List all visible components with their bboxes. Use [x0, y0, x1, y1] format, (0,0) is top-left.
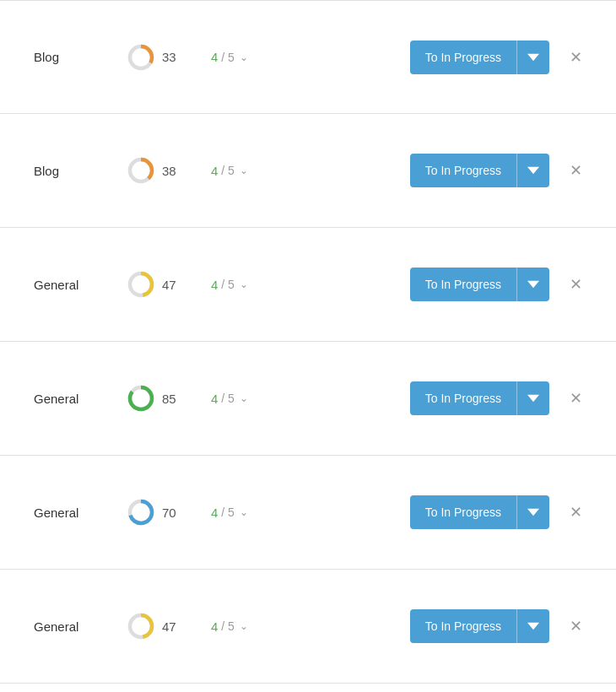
- list-item: General 85 4 / 5 ⌄ To In Progress ✕: [0, 342, 616, 456]
- close-icon[interactable]: ✕: [570, 389, 582, 408]
- progress-value: 47: [162, 619, 176, 634]
- rating-cell: 4 / 5 ⌄: [211, 50, 287, 64]
- category-label: General: [34, 278, 127, 292]
- rating-cell: 4 / 5 ⌄: [211, 505, 287, 520]
- action-cell: To In Progress ✕: [410, 41, 582, 74]
- category-label: General: [34, 505, 127, 520]
- progress-value: 70: [162, 505, 176, 520]
- progress-cell: 47: [127, 270, 211, 299]
- progress-value: 85: [162, 392, 176, 406]
- rating-denominator: / 5: [221, 505, 235, 519]
- to-in-progress-button[interactable]: To In Progress: [410, 609, 516, 643]
- list-item: Blog 33 4 / 5 ⌄ To In Progress ✕: [0, 0, 616, 114]
- action-cell: To In Progress ✕: [410, 154, 582, 187]
- to-in-progress-button[interactable]: To In Progress: [410, 41, 516, 74]
- progress-donut: [127, 384, 155, 413]
- rating-numerator: 4: [211, 278, 218, 292]
- rating-chevron-icon[interactable]: ⌄: [240, 278, 248, 290]
- chevron-down-icon: [527, 51, 539, 63]
- close-icon[interactable]: ✕: [570, 275, 582, 294]
- progress-cell: 38: [127, 156, 211, 185]
- to-in-progress-button[interactable]: To In Progress: [410, 268, 516, 301]
- chevron-down-icon: [527, 620, 539, 632]
- list-item: General 47 4 / 5 ⌄ To In Progress ✕: [0, 570, 616, 684]
- rating-denominator: / 5: [221, 392, 235, 405]
- rating-chevron-icon[interactable]: ⌄: [240, 51, 248, 63]
- rating-numerator: 4: [211, 619, 218, 634]
- rating-chevron-icon[interactable]: ⌄: [240, 620, 248, 632]
- rating-cell: 4 / 5 ⌄: [211, 164, 287, 178]
- rating-numerator: 4: [211, 50, 218, 64]
- progress-donut: [127, 156, 155, 185]
- chevron-down-icon: [527, 392, 539, 404]
- list-item: General 47 4 / 5 ⌄ To In Progress ✕: [0, 228, 616, 342]
- progress-cell: 85: [127, 384, 211, 413]
- category-label: General: [34, 619, 127, 634]
- progress-cell: 70: [127, 498, 211, 527]
- action-dropdown-button[interactable]: [516, 41, 549, 74]
- progress-donut: [127, 498, 155, 527]
- chevron-down-icon: [527, 278, 539, 290]
- close-icon[interactable]: ✕: [570, 48, 582, 67]
- rating-numerator: 4: [211, 392, 218, 406]
- category-label: Blog: [34, 164, 127, 178]
- progress-cell: 33: [127, 43, 211, 72]
- chevron-down-icon: [527, 165, 539, 176]
- to-in-progress-button[interactable]: To In Progress: [410, 381, 516, 415]
- action-cell: To In Progress ✕: [410, 495, 582, 529]
- rating-denominator: / 5: [221, 278, 235, 291]
- chevron-down-icon: [527, 506, 539, 518]
- action-cell: To In Progress ✕: [410, 609, 582, 643]
- progress-donut: [127, 612, 155, 641]
- rating-denominator: / 5: [221, 619, 235, 633]
- list-item: General 70 4 / 5 ⌄ To In Progress ✕: [0, 456, 616, 570]
- rating-numerator: 4: [211, 164, 218, 178]
- rating-chevron-icon[interactable]: ⌄: [240, 506, 248, 518]
- list-item: Blog 38 4 / 5 ⌄ To In Progress ✕: [0, 114, 616, 228]
- progress-value: 33: [162, 50, 176, 64]
- action-cell: To In Progress ✕: [410, 268, 582, 301]
- action-dropdown-button[interactable]: [516, 268, 549, 301]
- rating-denominator: / 5: [221, 164, 235, 177]
- category-label: Blog: [34, 50, 127, 64]
- rating-numerator: 4: [211, 505, 218, 520]
- progress-value: 38: [162, 164, 176, 178]
- rating-chevron-icon[interactable]: ⌄: [240, 392, 248, 404]
- to-in-progress-button[interactable]: To In Progress: [410, 154, 516, 187]
- rating-cell: 4 / 5 ⌄: [211, 278, 287, 292]
- progress-donut: [127, 43, 155, 72]
- to-in-progress-button[interactable]: To In Progress: [410, 495, 516, 529]
- close-icon[interactable]: ✕: [570, 503, 582, 522]
- action-dropdown-button[interactable]: [516, 495, 549, 529]
- progress-cell: 47: [127, 612, 211, 641]
- action-cell: To In Progress ✕: [410, 381, 582, 415]
- close-icon[interactable]: ✕: [570, 617, 582, 635]
- progress-donut: [127, 270, 155, 299]
- category-label: General: [34, 392, 127, 406]
- close-icon[interactable]: ✕: [570, 161, 582, 180]
- rating-chevron-icon[interactable]: ⌄: [240, 165, 248, 176]
- action-dropdown-button[interactable]: [516, 609, 549, 643]
- rating-cell: 4 / 5 ⌄: [211, 392, 287, 406]
- action-dropdown-button[interactable]: [516, 154, 549, 187]
- action-dropdown-button[interactable]: [516, 381, 549, 415]
- rating-denominator: / 5: [221, 51, 235, 64]
- progress-value: 47: [162, 278, 176, 292]
- rating-cell: 4 / 5 ⌄: [211, 619, 287, 634]
